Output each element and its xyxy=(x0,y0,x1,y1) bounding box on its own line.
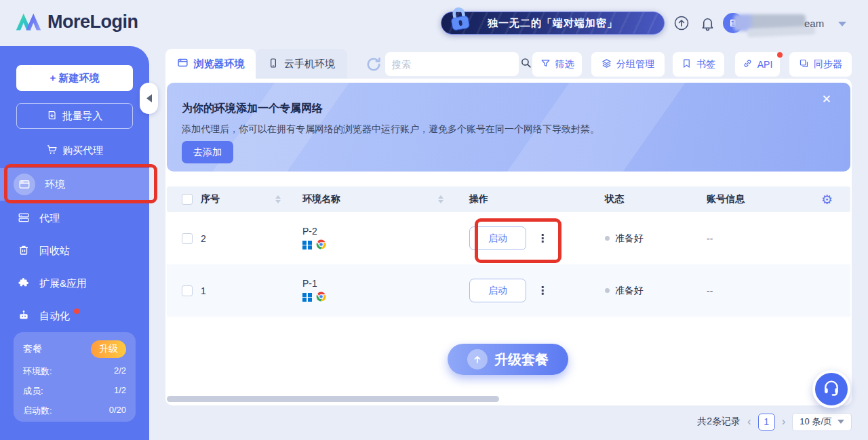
sidebar-item-environment[interactable]: 环境 xyxy=(0,168,149,201)
account-info: -- xyxy=(707,233,802,244)
pagination: 共2条记录 ‹ 1 › 10 条/页 xyxy=(637,412,852,431)
sidebar-item-label: 环境 xyxy=(45,178,65,191)
page-number[interactable]: 1 xyxy=(758,414,775,431)
environment-name-cell: P-2 xyxy=(302,226,438,252)
plan-row-launches: 启动数: 0/20 xyxy=(23,405,126,417)
cart-icon xyxy=(46,144,58,157)
plan-row-members: 成员: 1/2 xyxy=(23,385,126,397)
sidebar-item-label: 自动化 xyxy=(39,310,70,323)
start-button[interactable]: 启动 xyxy=(469,226,526,250)
go-add-proxy-button[interactable]: 去添加 xyxy=(182,141,233,163)
sidebar-item-trash[interactable]: 回收站 xyxy=(0,235,149,267)
table-header: 序号 环境名称 操作 状态 账号信息 ⚙ xyxy=(167,186,850,212)
sidebar-item-proxy[interactable]: 代理 xyxy=(0,202,149,235)
search-box xyxy=(385,52,519,76)
bell-icon[interactable] xyxy=(698,14,716,32)
proxy-icon xyxy=(18,212,30,226)
account-name-suffix: eam xyxy=(804,18,824,29)
new-environment-button[interactable]: + 新建环境 xyxy=(16,65,133,91)
table-row: 1 P-1 启动 ⋮ xyxy=(167,264,850,317)
environment-name: P-1 xyxy=(302,278,438,289)
group-manage-label: 分组管理 xyxy=(616,58,654,71)
tab-label: 云手机环境 xyxy=(284,58,335,71)
promo-text: 独一无二的「端对端加密」 xyxy=(488,17,618,30)
plan-row-label: 启动数: xyxy=(23,405,52,417)
environment-name-cell: P-1 xyxy=(302,278,438,304)
environment-icon xyxy=(14,174,35,195)
morelogin-logo-icon xyxy=(15,9,42,35)
batch-import-label: 批量导入 xyxy=(62,110,103,123)
start-button[interactable]: 启动 xyxy=(469,279,526,302)
search-input[interactable] xyxy=(392,59,515,70)
sidebar-item-label: 回收站 xyxy=(39,245,70,258)
buy-proxy-link[interactable]: 购买代理 xyxy=(0,141,149,160)
notice-body: 添加代理后，你可以在拥有专属网络的浏览器中运行账户，避免多个账号在同一个网络下导… xyxy=(182,123,599,136)
refresh-icon[interactable] xyxy=(365,56,382,73)
layers-icon xyxy=(601,58,612,71)
table-row: 2 P-2 启动 ⋮ xyxy=(167,212,850,264)
sidebar: + 新建环境 批量导入 购买代理 xyxy=(0,46,149,440)
column-operation: 操作 xyxy=(469,193,605,205)
trash-icon xyxy=(18,244,30,258)
app-window: MoreLogin 独一无二的「端对端加密」 xyxy=(0,0,868,440)
plan-row-label: 成员: xyxy=(23,385,43,397)
column-index[interactable]: 序号 xyxy=(201,193,275,205)
windows-icon xyxy=(302,293,312,302)
total-records: 共2条记录 xyxy=(697,416,741,428)
sort-icon[interactable] xyxy=(438,195,458,203)
plan-row-environments: 环境数: 2/2 xyxy=(23,365,126,378)
api-label: API xyxy=(757,59,773,70)
gear-icon[interactable]: ⚙ xyxy=(821,192,833,207)
upgrade-plan-button[interactable]: 升级套餐 xyxy=(448,344,568,375)
notice-title: 为你的环境添加一个专属网络 xyxy=(182,102,323,116)
next-page-button[interactable]: › xyxy=(782,415,786,428)
headset-icon xyxy=(822,378,841,400)
sort-icon[interactable] xyxy=(275,195,296,203)
logo: MoreLogin xyxy=(15,9,138,35)
sidebar-item-label: 扩展&应用 xyxy=(39,277,87,290)
row-checkbox[interactable] xyxy=(182,285,193,296)
more-actions-icon[interactable]: ⋮ xyxy=(537,289,548,293)
group-manage-button[interactable]: 分组管理 xyxy=(591,52,665,77)
upgrade-plan-label: 升级套餐 xyxy=(494,351,549,369)
api-notification-dot xyxy=(777,52,783,58)
support-button[interactable] xyxy=(812,370,850,408)
sidebar-item-automation[interactable]: 自动化 xyxy=(0,300,149,332)
plan-upgrade-button[interactable]: 升级 xyxy=(91,340,126,358)
row-index: 1 xyxy=(201,285,275,296)
horizontal-scrollbar[interactable] xyxy=(167,396,499,402)
tab-label: 浏览器环境 xyxy=(194,58,245,71)
row-checkbox[interactable] xyxy=(182,233,193,244)
chrome-icon xyxy=(316,239,326,252)
close-icon[interactable]: ✕ xyxy=(822,92,831,106)
lock-icon xyxy=(444,3,476,37)
batch-import-button[interactable]: 批量导入 xyxy=(16,103,133,129)
notice-banner: 为你的环境添加一个专属网络 添加代理后，你可以在拥有专属网络的浏览器中运行账户，… xyxy=(167,83,850,172)
select-all-checkbox[interactable] xyxy=(182,194,193,205)
upgrade-circle-icon[interactable] xyxy=(673,14,690,32)
promo-banner[interactable]: 独一无二的「端对端加密」 xyxy=(441,12,665,35)
sidebar-collapse-button[interactable] xyxy=(140,83,158,114)
sidebar-item-label: 代理 xyxy=(39,212,60,225)
tab-browser-environment[interactable]: 浏览器环境 xyxy=(165,49,256,79)
synchronizer-button[interactable]: 同步器 xyxy=(789,52,852,77)
bookmark-button[interactable]: 书签 xyxy=(673,52,724,77)
row-index: 2 xyxy=(201,233,275,244)
page-size-label: 10 条/页 xyxy=(800,416,832,428)
prev-page-button[interactable]: ‹ xyxy=(747,415,751,428)
api-button[interactable]: API xyxy=(735,52,780,77)
filter-button[interactable]: 筛选 xyxy=(532,52,582,77)
more-actions-icon[interactable]: ⋮ xyxy=(537,237,548,241)
column-account: 账号信息 xyxy=(707,193,802,205)
status-dot xyxy=(605,236,610,241)
tab-cloud-phone[interactable]: 云手机环境 xyxy=(256,49,347,79)
chevron-down-icon[interactable] xyxy=(838,22,846,26)
status-label: 准备好 xyxy=(615,285,644,297)
phone-icon xyxy=(268,58,279,71)
search-icon[interactable] xyxy=(520,57,532,71)
page-size-select[interactable]: 10 条/页 xyxy=(792,413,852,431)
sidebar-item-extensions[interactable]: 扩展&应用 xyxy=(0,267,149,300)
column-name[interactable]: 环境名称 xyxy=(302,193,438,205)
puzzle-icon xyxy=(18,277,30,291)
sync-windows-icon xyxy=(799,58,809,71)
